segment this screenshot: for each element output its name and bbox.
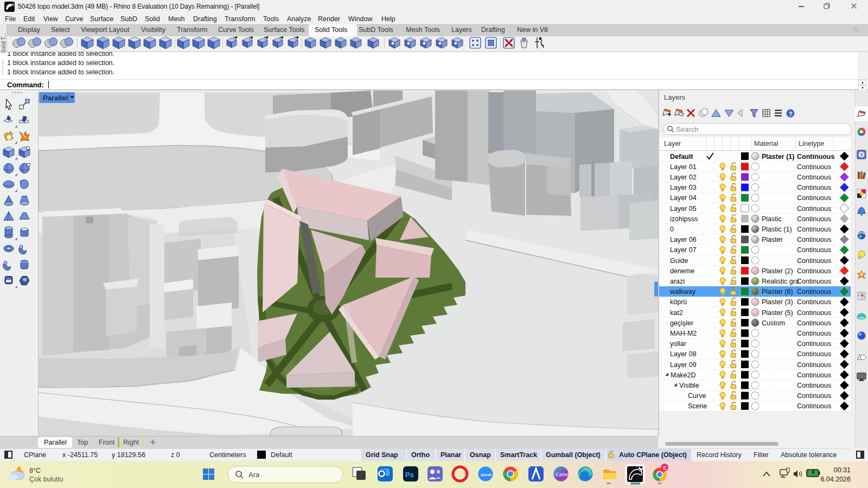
svg-text:Continuous: Continuous [797,382,831,389]
svg-text:Layer 03: Layer 03 [670,184,697,191]
svg-text:geçişler: geçişler [670,319,693,327]
svg-text:Continuous: Continuous [797,330,831,337]
svg-text:köprü: köprü [670,298,687,306]
svg-text:Continuous: Continuous [797,340,831,348]
svg-text:arazi: arazi [670,278,685,285]
svg-text:Continuous: Continuous [797,205,831,213]
svg-text:Continuous: Continuous [797,278,831,285]
svg-text:Layer 01: Layer 01 [670,163,697,171]
svg-text:Continuous: Continuous [797,350,831,358]
svg-text:zoom: zoom [481,472,492,477]
svg-text:Layer 02: Layer 02 [670,174,697,181]
svg-text:8: 8 [12,3,14,7]
svg-text:Curve: Curve [688,392,706,400]
svg-text:0: 0 [670,226,674,233]
svg-text:Plaster: Plaster [762,236,783,243]
svg-text:Continuous: Continuous [797,371,831,379]
svg-text:Layer 09: Layer 09 [670,361,697,369]
svg-text:Continuous: Continuous [797,226,831,233]
svg-text:Continuous: Continuous [797,298,831,306]
svg-text:Plastic: Plastic [762,215,782,223]
svg-text:Continuous: Continuous [797,267,831,275]
svg-text:Make2D: Make2D [671,371,696,379]
svg-text:Guide: Guide [670,257,688,265]
svg-text:Layer 05: Layer 05 [670,205,697,213]
svg-text:Plaster (5): Plaster (5) [762,309,793,317]
svg-text:Visible: Visible [679,382,699,389]
svg-text:E: E [663,465,667,471]
svg-text:Scene: Scene [688,402,707,410]
svg-text:Continuous: Continuous [797,361,831,369]
svg-text:Continuous: Continuous [797,194,831,202]
svg-text:yollar: yollar [670,340,686,348]
svg-text:?: ? [789,111,793,117]
svg-text:walkway: walkway [669,288,696,296]
svg-text:6.04.2026: 6.04.2026 [820,476,851,483]
svg-text:Plaster (3): Plaster (3) [762,298,793,306]
svg-text:?: ? [860,152,863,158]
svg-text:Continuous: Continuous [797,174,831,181]
svg-text:Continuous: Continuous [797,257,831,265]
svg-text:Layer 06: Layer 06 [670,236,697,243]
svg-text:Plaster (1): Plaster (1) [762,153,794,160]
svg-text:Continuous: Continuous [797,392,831,400]
svg-text:Continuous: Continuous [797,163,831,171]
svg-text:8°C: 8°C [29,467,41,474]
svg-text:MAH-M2: MAH-M2 [670,330,697,337]
svg-text:Continuous: Continuous [797,402,831,410]
svg-text:Plaster (6): Plaster (6) [762,288,793,296]
svg-text:8: 8 [639,467,642,473]
svg-text:Default: Default [670,153,693,160]
svg-text:Layer 08: Layer 08 [670,350,697,358]
svg-text:Layer 04: Layer 04 [670,194,697,202]
svg-text:Canva: Canva [556,472,570,477]
svg-text:00:31: 00:31 [834,466,851,474]
svg-text:Ps: Ps [405,471,414,479]
svg-text:Parallel: Parallel [43,94,68,102]
svg-text:izohipsss: izohipsss [670,215,698,223]
svg-text:Custom: Custom [762,319,785,327]
svg-text:Continuous: Continuous [797,215,831,223]
svg-text:Continuous: Continuous [797,153,834,160]
svg-text:Continuous: Continuous [797,246,831,254]
svg-text:Plaster (2): Plaster (2) [762,267,793,275]
svg-text:Plastic (1): Plastic (1) [762,226,792,233]
svg-text:Continuous: Continuous [797,319,831,327]
svg-text:Continuous: Continuous [797,288,831,296]
svg-text:deneme: deneme [670,267,694,275]
svg-text:Ara: Ara [248,471,260,479]
svg-text:Continuous: Continuous [797,184,831,191]
svg-text:Layer 07: Layer 07 [670,246,697,254]
svg-text:Çok bulutlu: Çok bulutlu [29,476,63,483]
svg-text:Continuous: Continuous [797,236,831,243]
svg-text:Continuous: Continuous [797,309,831,317]
svg-text:kat2: kat2 [670,309,683,317]
svg-text:Realistic gra: Realistic gra [762,278,799,285]
